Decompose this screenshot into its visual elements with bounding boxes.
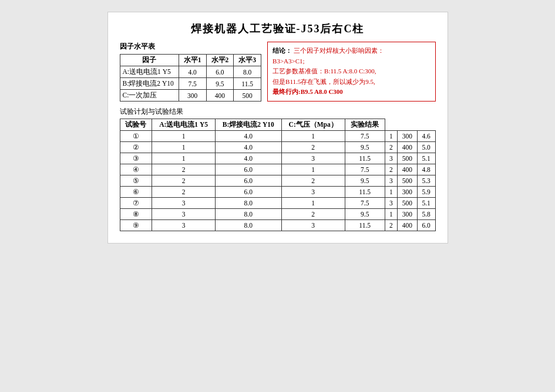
content-area: 因子水平表 因子 水平1 水平2 水平3 A:送电电流1 Y5 4.0 6.0 …: [120, 42, 436, 102]
trial-a-val: 8.0: [215, 220, 281, 231]
factor-table-row: C:一次加压 300 400 500: [120, 90, 261, 102]
trial-result: 6.0: [417, 220, 435, 231]
conclusion-section: 结论： 三个因子对焊核大小影响因素： B3>A3>C1; 工艺参数基准值：B:1…: [267, 42, 435, 102]
trial-b-val: 11.5: [345, 187, 385, 198]
trial-a-level: 2: [152, 187, 215, 198]
factor-name: C:一次加压: [120, 90, 179, 102]
trial-result: 5.0: [417, 142, 435, 153]
trial-result: 5.8: [417, 209, 435, 220]
trial-table-row: ③ 1 4.0 3 11.5 3 500 5.1: [120, 153, 435, 164]
trial-table-row: ⑨ 3 8.0 3 11.5 2 400 6.0: [120, 220, 435, 231]
factor-l3: 11.5: [234, 78, 261, 90]
trial-a-level: 1: [152, 142, 215, 153]
trial-result: 5.1: [417, 153, 435, 164]
trial-num: ⑨: [120, 220, 152, 231]
trial-num: ④: [120, 164, 152, 175]
trial-col-header-4: 实验结果: [345, 119, 385, 131]
trial-a-level: 3: [152, 220, 215, 231]
trial-a-val: 4.0: [215, 153, 281, 164]
factor-l3: 8.0: [234, 66, 261, 78]
trial-c-level: 2: [385, 220, 397, 231]
trial-result: 5.3: [417, 175, 435, 187]
trial-b-level: 1: [281, 198, 345, 209]
trial-num: ①: [120, 131, 152, 142]
trial-c-val: 400: [397, 220, 417, 231]
trial-c-val: 500: [397, 198, 417, 209]
trial-a-val: 8.0: [215, 209, 281, 220]
trial-a-val: 4.0: [215, 142, 281, 153]
trial-section: 试验计划与试验结果 试验号A:送电电流1 Y5B:焊接电流2 Y10C:气压（M…: [120, 107, 436, 231]
trial-a-level: 1: [152, 153, 215, 164]
factor-l3: 500: [234, 90, 261, 102]
factor-table-title: 因子水平表: [120, 42, 262, 52]
trial-result: 5.9: [417, 187, 435, 198]
conclusion-line3: 工艺参数基准值：B:11.5 A:8.0 C:300,: [273, 67, 376, 75]
trial-a-level: 2: [152, 164, 215, 175]
factor-name: A:送电电流1 Y5: [120, 66, 179, 78]
trial-a-val: 6.0: [215, 187, 281, 198]
page-title: 焊接机器人工艺验证-J53后右C柱: [120, 22, 436, 36]
trial-c-level: 1: [385, 131, 397, 142]
trial-b-val: 7.5: [345, 131, 385, 142]
trial-c-val: 300: [397, 209, 417, 220]
trial-table-row: ④ 2 6.0 1 7.5 2 400 4.8: [120, 164, 435, 175]
conclusion-line5: 最终行内:B9.5 A8.0 C300: [273, 88, 343, 95]
factor-l1: 7.5: [179, 78, 206, 90]
trial-num: ⑤: [120, 175, 152, 187]
trial-a-val: 6.0: [215, 175, 281, 187]
col-header-factor: 因子: [120, 55, 179, 66]
trial-col-header-2: B:焊接电流2 Y10: [215, 119, 281, 131]
factor-l2: 9.5: [206, 78, 234, 90]
trial-a-level: 3: [152, 209, 215, 220]
trial-b-level: 1: [281, 131, 345, 142]
trial-a-level: 3: [152, 198, 215, 209]
trial-b-level: 1: [281, 164, 345, 175]
col-header-l3: 水平3: [234, 55, 261, 66]
trial-table-row: ⑥ 2 6.0 3 11.5 1 300 5.9: [120, 187, 435, 198]
trial-table-row: ⑦ 3 8.0 1 7.5 3 500 5.1: [120, 198, 435, 209]
trial-b-val: 9.5: [345, 175, 385, 187]
trial-c-level: 3: [385, 175, 397, 187]
factor-l1: 4.0: [179, 66, 206, 78]
trial-a-level: 1: [152, 131, 215, 142]
trial-num: ⑧: [120, 209, 152, 220]
trial-col-header-0: 试验号: [120, 119, 152, 131]
page-container: 焊接机器人工艺验证-J53后右C柱 因子水平表 因子 水平1 水平2 水平3 A…: [107, 12, 448, 244]
trial-c-val: 500: [397, 175, 417, 187]
trial-col-header-1: A:送电电流1 Y5: [152, 119, 215, 131]
trial-table: 试验号A:送电电流1 Y5B:焊接电流2 Y10C:气压（Mpa）实验结果 ① …: [120, 119, 436, 231]
trial-c-val: 400: [397, 142, 417, 153]
trial-table-row: ② 1 4.0 2 9.5 2 400 5.0: [120, 142, 435, 153]
trial-b-level: 3: [281, 187, 345, 198]
trial-c-level: 1: [385, 187, 397, 198]
factor-l2: 400: [206, 90, 234, 102]
trial-c-level: 2: [385, 142, 397, 153]
trial-b-val: 11.5: [345, 153, 385, 164]
conclusion-line1: 三个因子对焊核大小影响因素：: [294, 47, 384, 54]
col-header-l1: 水平1: [179, 55, 206, 66]
trial-c-val: 400: [397, 164, 417, 175]
trial-b-level: 3: [281, 153, 345, 164]
factor-l2: 6.0: [206, 66, 234, 78]
factor-l1: 300: [179, 90, 206, 102]
trial-a-val: 6.0: [215, 164, 281, 175]
trial-a-val: 4.0: [215, 131, 281, 142]
factor-table-row: B:焊接电流2 Y10 7.5 9.5 11.5: [120, 78, 261, 90]
factor-table: 因子 水平1 水平2 水平3 A:送电电流1 Y5 4.0 6.0 8.0 B:…: [120, 54, 262, 102]
trial-num: ②: [120, 142, 152, 153]
trial-num: ⑥: [120, 187, 152, 198]
trial-result: 5.1: [417, 198, 435, 209]
trial-table-row: ① 1 4.0 1 7.5 1 300 4.6: [120, 131, 435, 142]
trial-c-val: 300: [397, 131, 417, 142]
trial-b-val: 7.5: [345, 198, 385, 209]
trial-num: ③: [120, 153, 152, 164]
trial-b-val: 9.5: [345, 209, 385, 220]
trial-c-level: 2: [385, 164, 397, 175]
trial-table-row: ⑤ 2 6.0 2 9.5 3 500 5.3: [120, 175, 435, 187]
trial-label: 试验计划与试验结果: [120, 107, 436, 116]
trial-num: ⑦: [120, 198, 152, 209]
trial-result: 4.6: [417, 131, 435, 142]
trial-a-val: 8.0: [215, 198, 281, 209]
trial-b-level: 2: [281, 209, 345, 220]
trial-c-val: 500: [397, 153, 417, 164]
